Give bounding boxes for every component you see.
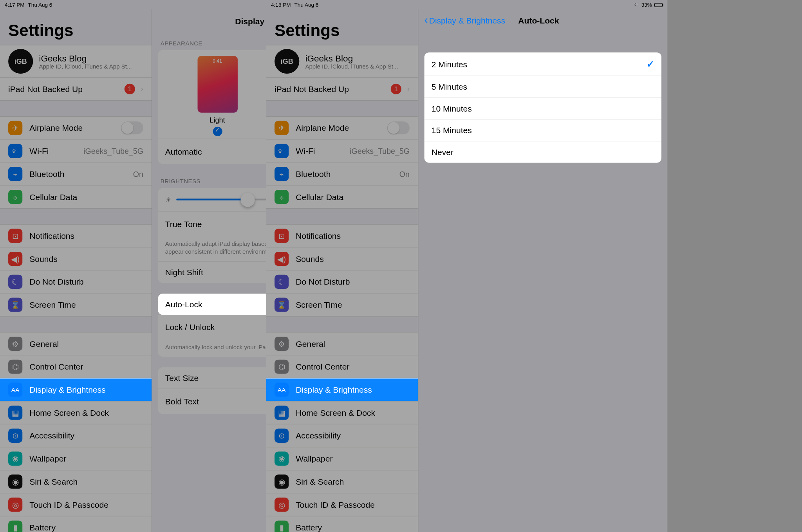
sidebar-item-label: Airplane Mode: [29, 123, 121, 133]
general-icon: ⚙: [8, 337, 22, 351]
sidebar-item-touch-id[interactable]: ◎Touch ID & Passcode: [266, 493, 418, 516]
sidebar-item-label: Screen Time: [29, 300, 143, 310]
sidebar-item-notifications[interactable]: ⊡Notifications: [0, 224, 152, 247]
sidebar-group-general: ⚙General⌬Control CenterAADisplay & Brigh…: [266, 332, 418, 532]
sidebar-item-wifi[interactable]: ᯤWi-FiiGeeks_Tube_5G: [266, 139, 418, 162]
light-label: Light: [210, 116, 225, 124]
sidebar-item-value: iGeeks_Tube_5G: [350, 146, 410, 155]
sidebar-item-label: Home Screen & Dock: [296, 408, 410, 417]
sidebar-item-value: iGeeks_Tube_5G: [83, 146, 143, 155]
sidebar-item-label: Sounds: [29, 254, 143, 263]
control-center-icon: ⌬: [275, 360, 289, 374]
detail-header: ‹ Display & Brightness Auto-Lock: [419, 9, 668, 35]
sidebar-item-siri-search[interactable]: ◉Siri & Search: [266, 470, 418, 493]
sidebar-item-control-center[interactable]: ⌬Control Center: [266, 355, 418, 378]
auto-lock-option-label: Never: [432, 148, 654, 157]
control-center-icon: ⌬: [8, 360, 22, 374]
settings-title: Settings: [266, 9, 418, 45]
sidebar-item-battery[interactable]: ▮Battery: [0, 516, 152, 532]
screen-auto-lock: 4:18 PM Thu Aug 6 ᯤ 33% Settings iGB iGe…: [266, 0, 667, 532]
sidebar-item-label: Siri & Search: [29, 477, 143, 486]
sidebar-item-display-brightness[interactable]: AADisplay & Brightness: [0, 378, 152, 401]
theme-light[interactable]: Light: [197, 56, 237, 136]
sidebar-item-bluetooth[interactable]: ⌁BluetoothOn: [0, 162, 152, 185]
sidebar-item-airplane-mode[interactable]: ✈Airplane Mode: [266, 116, 418, 139]
sidebar-item-label: Airplane Mode: [296, 123, 387, 133]
sidebar-item-notifications[interactable]: ⊡Notifications: [266, 224, 418, 247]
sidebar-item-battery[interactable]: ▮Battery: [266, 516, 418, 532]
sidebar-item-label: Sounds: [296, 254, 410, 263]
status-bar: 4:18 PM Thu Aug 6 ᯤ 33%: [266, 0, 667, 9]
auto-lock-option[interactable]: Never: [424, 141, 661, 163]
cellular-data-icon: ⟐: [8, 190, 22, 204]
sidebar-item-label: Bluetooth: [29, 169, 133, 179]
auto-lock-option[interactable]: 10 Minutes: [424, 97, 661, 119]
sidebar-item-label: Battery: [29, 523, 143, 532]
sidebar-group-connectivity: ✈Airplane ModeᯤWi-FiiGeeks_Tube_5G⌁Bluet…: [266, 116, 418, 209]
auto-lock-option[interactable]: 15 Minutes: [424, 119, 661, 141]
sidebar-item-home-screen[interactable]: ▦Home Screen & Dock: [266, 401, 418, 424]
status-time: 4:17 PM: [5, 2, 24, 8]
sidebar-item-accessibility[interactable]: ⊙Accessibility: [266, 424, 418, 447]
profile-row[interactable]: iGB iGeeks Blog Apple ID, iCloud, iTunes…: [266, 45, 418, 78]
profile-name: iGeeks Blog: [39, 53, 132, 63]
auto-lock-options: 2 Minutes✓5 Minutes10 Minutes15 MinutesN…: [424, 52, 661, 163]
sidebar-item-cellular-data[interactable]: ⟐Cellular Data: [266, 185, 418, 209]
sidebar-item-screen-time[interactable]: ⌛Screen Time: [266, 293, 418, 316]
auto-lock-option-label: 10 Minutes: [432, 104, 654, 113]
battery-icon: ▮: [8, 521, 22, 532]
sidebar-item-label: Notifications: [296, 231, 410, 240]
wallpaper-icon: ❀: [275, 452, 289, 466]
sidebar-item-airplane-mode[interactable]: ✈Airplane Mode: [0, 116, 152, 139]
touch-id-icon: ◎: [275, 498, 289, 512]
sidebar-item-bluetooth[interactable]: ⌁BluetoothOn: [266, 162, 418, 185]
sidebar-item-label: Cellular Data: [29, 192, 143, 202]
sidebar-item-home-screen[interactable]: ▦Home Screen & Dock: [0, 401, 152, 424]
sidebar-item-touch-id[interactable]: ◎Touch ID & Passcode: [0, 493, 152, 516]
status-time: 4:18 PM: [271, 2, 291, 8]
sidebar-item-siri-search[interactable]: ◉Siri & Search: [0, 470, 152, 493]
display-brightness-icon: AA: [275, 382, 289, 397]
settings-title: Settings: [0, 9, 152, 45]
back-button[interactable]: ‹ Display & Brightness: [424, 14, 506, 27]
sidebar-item-label: Wi-Fi: [296, 146, 350, 155]
display-brightness-icon: AA: [8, 382, 22, 397]
sidebar-item-value: On: [133, 170, 143, 179]
sidebar-group-notifications: ⊡Notifications◀)Sounds☾Do Not Disturb⌛Sc…: [266, 224, 418, 316]
sidebar-item-label: Control Center: [29, 362, 143, 371]
backup-row[interactable]: iPad Not Backed Up 1 ›: [266, 78, 418, 101]
bluetooth-icon: ⌁: [8, 167, 22, 181]
chevron-right-icon: ›: [141, 85, 143, 93]
auto-lock-option[interactable]: 2 Minutes✓: [424, 52, 661, 76]
airplane-mode-toggle[interactable]: [387, 121, 410, 134]
back-label: Display & Brightness: [429, 16, 506, 25]
sidebar-item-general[interactable]: ⚙General: [0, 332, 152, 355]
sidebar: Settings iGB iGeeks Blog Apple ID, iClou…: [266, 9, 419, 532]
sidebar-item-label: Touch ID & Passcode: [29, 500, 143, 509]
sidebar-group-connectivity: ✈Airplane ModeᯤWi-FiiGeeks_Tube_5G⌁Bluet…: [0, 116, 152, 209]
sidebar-item-value: On: [399, 170, 410, 179]
sidebar-group-general: ⚙General⌬Control CenterAADisplay & Brigh…: [0, 332, 152, 532]
sidebar-item-wallpaper[interactable]: ❀Wallpaper: [0, 447, 152, 470]
sidebar-item-wifi[interactable]: ᯤWi-FiiGeeks_Tube_5G: [0, 139, 152, 162]
sidebar-item-do-not-disturb[interactable]: ☾Do Not Disturb: [266, 270, 418, 293]
backup-row[interactable]: iPad Not Backed Up 1 ›: [0, 78, 152, 101]
auto-lock-option[interactable]: 5 Minutes: [424, 76, 661, 97]
sidebar-item-sounds[interactable]: ◀)Sounds: [0, 247, 152, 270]
sidebar-item-sounds[interactable]: ◀)Sounds: [266, 247, 418, 270]
sidebar-item-wallpaper[interactable]: ❀Wallpaper: [266, 447, 418, 470]
sidebar-item-do-not-disturb[interactable]: ☾Do Not Disturb: [0, 270, 152, 293]
check-icon: ✓: [647, 58, 654, 70]
backup-label: iPad Not Backed Up: [8, 84, 83, 94]
profile-row[interactable]: iGB iGeeks Blog Apple ID, iCloud, iTunes…: [0, 45, 152, 78]
airplane-mode-toggle[interactable]: [121, 121, 143, 134]
sidebar-item-label: Control Center: [296, 362, 410, 371]
sidebar-item-control-center[interactable]: ⌬Control Center: [0, 355, 152, 378]
sidebar-item-display-brightness[interactable]: AADisplay & Brightness: [266, 378, 418, 401]
sidebar-item-label: Wallpaper: [296, 454, 410, 463]
sidebar-item-screen-time[interactable]: ⌛Screen Time: [0, 293, 152, 316]
sidebar-item-cellular-data[interactable]: ⟐Cellular Data: [0, 185, 152, 209]
sidebar-item-label: Wallpaper: [29, 454, 143, 463]
sidebar-item-general[interactable]: ⚙General: [266, 332, 418, 355]
sidebar-item-accessibility[interactable]: ⊙Accessibility: [0, 424, 152, 447]
